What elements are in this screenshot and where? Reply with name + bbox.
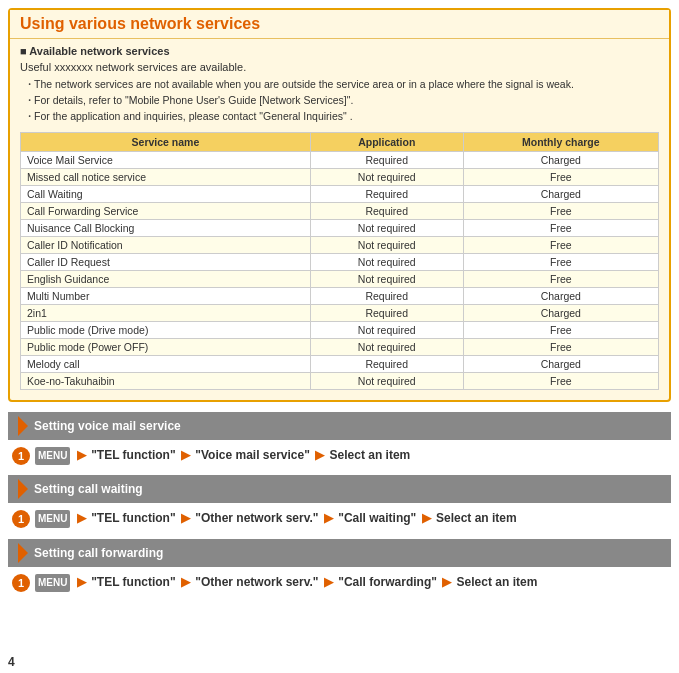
table-cell-2-1: Required: [310, 186, 463, 203]
table-cell-3-1: Required: [310, 203, 463, 220]
table-row: Koe-no-TakuhaibinNot requiredFree: [21, 373, 659, 390]
table-cell-7-2: Free: [463, 271, 658, 288]
menu-key-1: MENU: [35, 447, 70, 465]
section-title-call-forwarding: Setting call forwarding: [34, 546, 163, 560]
step-row-call-forwarding-1: 1 MENU ▶ "TEL function" ▶ "Other network…: [8, 573, 671, 592]
table-cell-8-1: Required: [310, 288, 463, 305]
table-cell-0-0: Voice Mail Service: [21, 152, 311, 169]
menu-key-2: MENU: [35, 510, 70, 528]
table-cell-13-1: Not required: [310, 373, 463, 390]
main-title-box: Using various network services Available…: [8, 8, 671, 402]
table-cell-5-2: Free: [463, 237, 658, 254]
table-cell-10-0: Public mode (Drive mode): [21, 322, 311, 339]
intro-text: Useful xxxxxxx network services are avai…: [20, 61, 659, 73]
table-row: Caller ID NotificationNot requiredFree: [21, 237, 659, 254]
page-number: 4: [8, 655, 15, 669]
main-content: Available network services Useful xxxxxx…: [10, 39, 669, 400]
table-cell-13-0: Koe-no-Takuhaibin: [21, 373, 311, 390]
step-number-2: 1: [12, 510, 30, 528]
table-cell-4-0: Nuisance Call Blocking: [21, 220, 311, 237]
bullet-3: For the application and inquiries, pleas…: [24, 109, 659, 125]
col-monthly-charge: Monthly charge: [463, 133, 658, 152]
section-title-call-waiting: Setting call waiting: [34, 482, 143, 496]
table-row: Missed call notice serviceNot requiredFr…: [21, 169, 659, 186]
section-banner-voice-mail: Setting voice mail service: [8, 412, 671, 440]
table-cell-4-2: Free: [463, 220, 658, 237]
table-row: Caller ID RequestNot requiredFree: [21, 254, 659, 271]
page: Using various network services Available…: [0, 0, 679, 606]
table-cell-3-2: Free: [463, 203, 658, 220]
available-header: Available network services: [20, 45, 659, 57]
table-body: Voice Mail ServiceRequiredChargedMissed …: [21, 152, 659, 390]
table-cell-5-1: Not required: [310, 237, 463, 254]
table-cell-12-1: Required: [310, 356, 463, 373]
table-cell-2-0: Call Waiting: [21, 186, 311, 203]
table-cell-6-1: Not required: [310, 254, 463, 271]
step-content-call-forwarding-1: MENU ▶ "TEL function" ▶ "Other network s…: [34, 573, 667, 592]
step-number-3: 1: [12, 574, 30, 592]
table-cell-0-2: Charged: [463, 152, 658, 169]
table-row: Nuisance Call BlockingNot requiredFree: [21, 220, 659, 237]
table-cell-7-0: English Guidance: [21, 271, 311, 288]
table-cell-1-1: Not required: [310, 169, 463, 186]
table-cell-8-2: Charged: [463, 288, 658, 305]
table-cell-10-1: Not required: [310, 322, 463, 339]
table-cell-11-0: Public mode (Power OFF): [21, 339, 311, 356]
table-row: Melody callRequiredCharged: [21, 356, 659, 373]
section-banner-call-forwarding: Setting call forwarding: [8, 539, 671, 567]
table-cell-12-2: Charged: [463, 356, 658, 373]
table-cell-4-1: Not required: [310, 220, 463, 237]
table-cell-1-2: Free: [463, 169, 658, 186]
bullet-1: The network services are not available w…: [24, 77, 659, 93]
table-cell-9-2: Charged: [463, 305, 658, 322]
col-application: Application: [310, 133, 463, 152]
table-cell-9-0: 2in1: [21, 305, 311, 322]
step-content-call-waiting-1: MENU ▶ "TEL function" ▶ "Other network s…: [34, 509, 667, 528]
table-cell-11-1: Not required: [310, 339, 463, 356]
table-cell-9-1: Required: [310, 305, 463, 322]
step-row-call-waiting-1: 1 MENU ▶ "TEL function" ▶ "Other network…: [8, 509, 671, 528]
col-service-name: Service name: [21, 133, 311, 152]
section-title-voice-mail: Setting voice mail service: [34, 419, 181, 433]
table-row: Public mode (Power OFF)Not requiredFree: [21, 339, 659, 356]
table-row: Multi NumberRequiredCharged: [21, 288, 659, 305]
table-row: Call WaitingRequiredCharged: [21, 186, 659, 203]
table-header-row: Service name Application Monthly charge: [21, 133, 659, 152]
table-row: 2in1RequiredCharged: [21, 305, 659, 322]
main-title: Using various network services: [10, 10, 669, 39]
table-cell-12-0: Melody call: [21, 356, 311, 373]
table-row: Public mode (Drive mode)Not requiredFree: [21, 322, 659, 339]
bullet-2: For details, refer to "Mobile Phone User…: [24, 93, 659, 109]
table-cell-1-0: Missed call notice service: [21, 169, 311, 186]
table-cell-8-0: Multi Number: [21, 288, 311, 305]
table-cell-2-2: Charged: [463, 186, 658, 203]
table-row: Voice Mail ServiceRequiredCharged: [21, 152, 659, 169]
table-cell-10-2: Free: [463, 322, 658, 339]
table-cell-7-1: Not required: [310, 271, 463, 288]
step-number-1: 1: [12, 447, 30, 465]
table-cell-6-2: Free: [463, 254, 658, 271]
section-banner-call-waiting: Setting call waiting: [8, 475, 671, 503]
menu-key-3: MENU: [35, 574, 70, 592]
service-table: Service name Application Monthly charge …: [20, 132, 659, 390]
table-cell-5-0: Caller ID Notification: [21, 237, 311, 254]
step-content-voice-mail-1: MENU ▶ "TEL function" ▶ "Voice mail serv…: [34, 446, 667, 465]
table-cell-6-0: Caller ID Request: [21, 254, 311, 271]
bullet-list: The network services are not available w…: [24, 77, 659, 124]
step-row-voice-mail-1: 1 MENU ▶ "TEL function" ▶ "Voice mail se…: [8, 446, 671, 465]
table-cell-0-1: Required: [310, 152, 463, 169]
table-row: English GuidanceNot requiredFree: [21, 271, 659, 288]
table-cell-11-2: Free: [463, 339, 658, 356]
table-cell-3-0: Call Forwarding Service: [21, 203, 311, 220]
table-cell-13-2: Free: [463, 373, 658, 390]
table-row: Call Forwarding ServiceRequiredFree: [21, 203, 659, 220]
